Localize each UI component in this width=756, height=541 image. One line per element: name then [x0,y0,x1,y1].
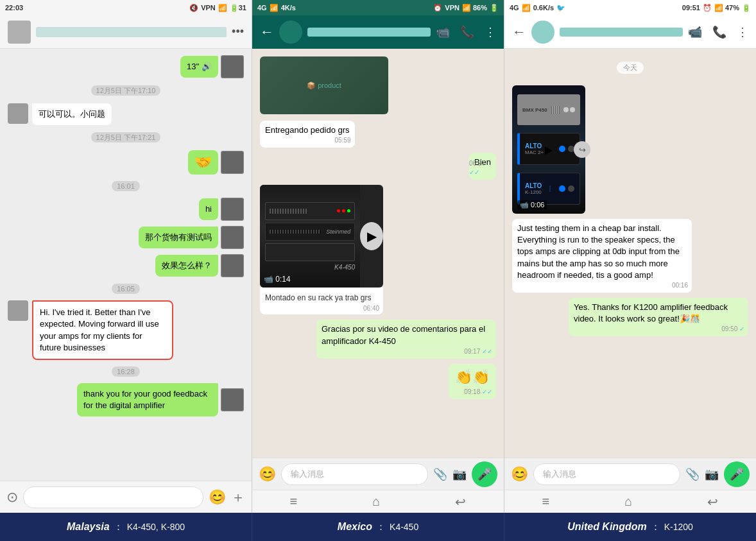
play-button[interactable]: ▶ [360,222,383,250]
wa-header-icons-uk: 📹 📞 ⋮ [688,25,748,39]
wa-header-icons: 📹 📞 ⋮ [436,25,496,39]
wechat-input-field[interactable] [23,486,203,508]
msg-bien: Bien 06:27 ✓✓ [469,153,496,180]
msg-thumb-1 [221,55,244,78]
wa-camera-icon-uk[interactable]: 📷 [705,467,719,481]
video-amp-container: Steinmed K4-450 ▶ 📹 0:14 Montado en su r… [260,185,383,314]
msg-row-just-testing: Just testing them in a cheap bar install… [512,219,748,293]
products-mexico: K4-450 [390,522,418,532]
wa-attach-icon-uk[interactable]: 📎 [685,467,700,481]
uk-play-button[interactable]: ▶ [545,144,553,156]
amp-video-thumb[interactable]: Steinmed K4-450 ▶ 📹 0:14 [260,185,383,288]
msg-row-thankyou: thank you for your good feedback for the… [8,383,244,416]
video-caption-box: Montado en su rack ya trab grs 06:40 [260,288,383,314]
forward-arrow[interactable]: ↪ [574,141,590,158]
nav-back-icon-uk[interactable]: ↩ [707,494,718,510]
date-divider-1: 12月5日 下午17:10 [8,86,244,96]
video-call-icon-uk[interactable]: 📹 [688,25,702,39]
wa-contact-blurred-uk [560,28,683,37]
received-avatar [8,103,28,124]
wa-camera-icon[interactable]: 📷 [452,467,467,481]
date-divider-4: 16:05 [8,285,244,293]
status-icons-p1: 🔇 VPN 📶 🔋31 [189,4,246,12]
wa-contact-blurred [307,28,431,37]
wa-mic-button[interactable]: 🎤 [472,461,497,487]
nav-home-icon-uk[interactable]: ⌂ [624,494,632,509]
msg-thankyou: thank you for your good feedback for the… [77,383,218,416]
nav-menu-icon[interactable]: ≡ [290,494,298,509]
whatsapp-header-mexico: ← 📹 📞 ⋮ [252,15,504,49]
msg-handshake: 🤝 [188,150,218,175]
unit-knobs-2 [559,185,574,192]
today-divider-row: 今天 [512,58,748,78]
msg-row-xiaoguo: 效果怎么样？ [8,254,244,277]
amp-visual: Steinmed K4-450 [260,185,360,288]
video-call-icon[interactable]: 📹 [436,25,450,39]
msg-yes-thanks: Yes. Thanks for K1200 amplifier feedback… [569,298,748,336]
msg-xiaoguo: 效果怎么样？ [155,255,218,277]
panel-whatsapp-uk: 4G 📶 0.6K/s 🐦 09:51 ⏰ 📶 47% 🔋 ← 📹 📞 ⋮ [504,0,756,513]
msg-row-tried: Hi. I've tried it. Better than I've expe… [8,300,244,360]
msg-row-gracias: Gracias por su video de comentarios para… [260,320,496,358]
wa-input-field-uk[interactable]: 输入消息 [533,463,680,485]
status-left-p3: 4G 📶 0.6K/s 🐦 [510,4,565,12]
top-product-img: 📦 product [260,56,388,114]
msg-row-keyi: 可以可以。小问题 [8,103,244,125]
unit-knobs-1 [559,146,574,152]
panel-whatsapp-mexico: 4G 📶 4K/s ⏰ VPN 📶 86% 🔋 ← 📹 📞 ⋮ [252,0,504,513]
msg-row-clap: 👏👏 09:18 ✓✓ [260,364,496,399]
top-product-img-row: 📦 product [260,56,496,114]
whatsapp-mexico-input-bar: 😊 输入消息 📎 📷 🎤 [252,458,504,490]
wa-emoji-icon-uk[interactable]: 😊 [511,466,528,483]
country-uk: United Kingdom [567,521,647,533]
status-right-p3: 09:51 ⏰ 📶 47% 🔋 [682,4,751,12]
msg-thumb-6 [221,388,244,411]
contact-avatar [8,21,31,44]
nav-back-icon[interactable]: ↩ [455,494,466,510]
status-bar-p1: 22:03 🔇 VPN 📶 🔋31 [0,0,252,15]
nav-menu-icon-uk[interactable]: ≡ [542,494,550,509]
call-icon[interactable]: 📞 [460,25,474,39]
header-more-icon[interactable]: ••• [232,25,244,39]
add-btn[interactable]: ＋ [231,488,245,507]
back-icon-uk[interactable]: ← [512,24,526,40]
more-icon-uk[interactable]: ⋮ [737,25,748,39]
status-bar-p3: 4G 📶 0.6K/s 🐦 09:51 ⏰ 📶 47% 🔋 [504,0,756,15]
received-avatar-2 [8,300,28,321]
msg-bubble-13: 13" 🔊 [180,56,218,78]
date-divider-2: 12月5日 下午17:21 [8,133,244,142]
msg-row-bien: Bien 06:27 ✓✓ [260,153,496,180]
status-time-p1: 22:03 [5,4,23,12]
back-icon[interactable]: ← [260,24,274,40]
wechat-chat-body: 13" 🔊 12月5日 下午17:10 可以可以。小问题 12月 [0,49,252,481]
more-icon[interactable]: ⋮ [485,25,496,39]
nav-home-icon[interactable]: ⌂ [372,494,380,509]
wa-attach-icon[interactable]: 📎 [433,467,447,481]
contact-name-blurred [36,27,227,37]
emoji-icon[interactable]: ⊙ [6,489,18,506]
bottom-bar: Malaysia ： K4-450, K-800 Mexico ： K4-450… [0,513,756,541]
wa-emoji-icon[interactable]: 😊 [259,466,276,483]
call-icon-uk[interactable]: 📞 [712,25,726,39]
whatsapp-header-uk: ← 📹 📞 ⋮ [504,15,756,49]
whatsapp-uk-input-bar: 😊 输入消息 📎 📷 🎤 [504,458,756,490]
bottom-segment-mexico: Mexico ： K4-450 [252,513,504,541]
date-divider-3: 16:01 [8,182,244,190]
msg-row-nage: 那个货物有测试吗 [8,226,244,249]
video-duration-2: 📹 0:14 [264,275,291,284]
wa-input-field-mexico[interactable]: 输入消息 [281,463,428,485]
emoji-btn[interactable]: 😊 [209,489,226,506]
country-mexico: Mexico [338,521,372,533]
status-right-p2: ⏰ VPN 📶 86% 🔋 [433,4,499,12]
msg-just-testing: Just testing them in a cheap bar install… [512,219,692,293]
msg-hi: hi [199,198,218,220]
msg-thumb-3 [221,198,244,221]
msg-row-handshake: 🤝 [8,150,244,175]
msg-gracias: Gracias por su video de comentarios para… [316,320,496,358]
products-uk: K-1200 [664,522,693,532]
wa-mic-button-uk[interactable]: 🎤 [724,461,750,487]
uk-video-container: BMX P450 ALTO [512,85,585,214]
whatsapp-mexico-nav: ≡ ⌂ ↩ [252,490,504,513]
country-malaysia: Malaysia [67,521,110,533]
uk-video-duration: 📹 0:06 [517,200,547,210]
